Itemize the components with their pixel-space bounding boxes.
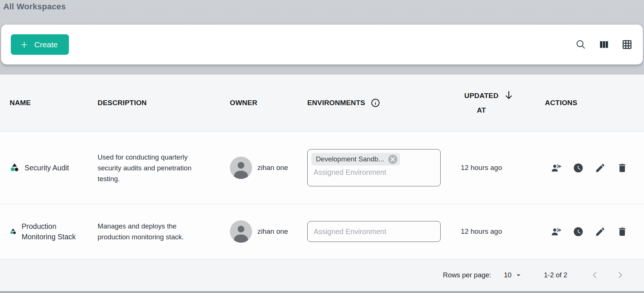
avatar-icon (230, 157, 252, 179)
workspace-name: Production Monitoring Stack (22, 221, 83, 242)
window-bottom-edge (0, 291, 644, 293)
dropdown-caret-icon (514, 271, 523, 280)
owner-name: zihan one (257, 227, 288, 236)
delete-trash-icon[interactable] (617, 226, 628, 237)
environment-chip: Development Sandb... (311, 153, 400, 166)
column-header-actions: ACTIONS (529, 99, 644, 107)
create-button-label: Create (34, 40, 58, 49)
updated-at-value: 12 hours ago (453, 227, 529, 236)
environment-placeholder: Assigned Environment (311, 227, 437, 236)
table-header-row: NAME DESCRIPTION OWNER ENVIRONMENTS UPDA… (0, 75, 644, 132)
toolbar-icon-group (575, 39, 633, 50)
owner-cell: zihan one (230, 157, 307, 179)
rows-per-page-value: 10 (504, 271, 512, 279)
owner-name: zihan one (257, 164, 288, 172)
environments-cell: Development Sandb... Assigned Environmen… (307, 149, 453, 186)
add-user-icon[interactable] (551, 226, 562, 237)
assigned-environment-input[interactable]: Development Sandb... Assigned Environmen… (307, 149, 441, 186)
rows-per-page-label: Rows per page: (443, 271, 491, 279)
workspace-logo-icon (10, 163, 20, 173)
page-title: All Workspaces (3, 2, 66, 11)
rows-per-page-select[interactable]: 10 (504, 271, 523, 280)
workspace-name-cell: Security Audit (10, 163, 98, 173)
assigned-environment-input[interactable]: Assigned Environment (307, 221, 441, 242)
history-clock-icon[interactable] (573, 226, 584, 237)
workspaces-table: NAME DESCRIPTION OWNER ENVIRONMENTS UPDA… (0, 75, 644, 291)
workspace-logo-icon (10, 228, 17, 235)
workspace-description: Used for conducting quarterly security a… (98, 152, 199, 184)
grid-view-icon[interactable] (621, 39, 633, 50)
chevron-right-icon[interactable] (615, 270, 625, 280)
chevron-left-icon[interactable] (590, 270, 600, 280)
workspaces-page: All Workspaces Create NAME DESCRIPTION O… (0, 0, 644, 293)
info-icon[interactable] (371, 98, 380, 108)
edit-pencil-icon[interactable] (595, 226, 606, 237)
add-user-icon[interactable] (551, 163, 562, 173)
history-clock-icon[interactable] (573, 163, 584, 173)
environment-placeholder: Assigned Environment (311, 168, 437, 177)
plus-icon (20, 40, 29, 49)
pagination-range: 1-2 of 2 (544, 271, 567, 279)
column-header-updated-at[interactable]: UPDATED AT (453, 88, 529, 117)
column-header-owner: OWNER (230, 99, 307, 107)
actions-cell (529, 226, 644, 237)
sort-desc-arrow-icon (503, 89, 514, 101)
workspace-description: Manages and deploys the production monit… (98, 221, 199, 242)
title-bar: All Workspaces (0, 0, 644, 12)
column-header-environments: ENVIRONMENTS (307, 98, 453, 108)
workspace-name-cell: Production Monitoring Stack (10, 221, 98, 242)
updated-at-line2: AT (477, 103, 486, 117)
create-button[interactable]: Create (11, 34, 69, 55)
owner-cell: zihan one (230, 220, 307, 243)
table-row: Production Monitoring Stack Manages and … (0, 204, 644, 259)
toolbar-card: Create (1, 25, 643, 64)
view-columns-icon[interactable] (598, 39, 610, 50)
environments-header-label: ENVIRONMENTS (307, 99, 365, 107)
column-header-name: NAME (10, 99, 98, 107)
edit-pencil-icon[interactable] (595, 163, 606, 173)
column-header-description: DESCRIPTION (98, 99, 230, 107)
delete-trash-icon[interactable] (617, 163, 628, 173)
avatar-icon (230, 220, 252, 243)
updated-at-line1: UPDATED (464, 88, 499, 103)
environment-chip-label: Development Sandb... (316, 155, 384, 163)
updated-at-value: 12 hours ago (453, 164, 529, 172)
search-icon[interactable] (575, 39, 587, 50)
actions-cell (529, 163, 644, 173)
workspace-name: Security Audit (25, 163, 69, 173)
pagination-bar: Rows per page: 10 1-2 of 2 (0, 259, 644, 291)
environments-cell: Assigned Environment (307, 221, 453, 242)
table-row: Security Audit Used for conducting quart… (0, 132, 644, 204)
chip-close-icon[interactable] (388, 154, 398, 164)
